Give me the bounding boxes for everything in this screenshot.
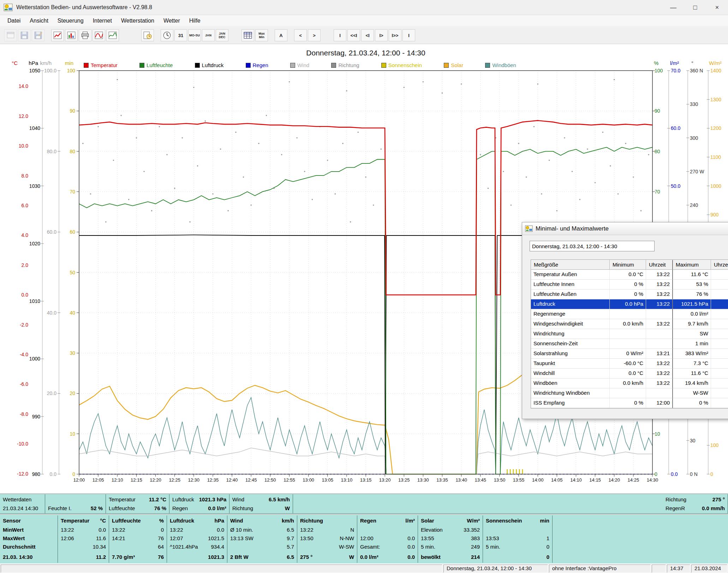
minmax-cell[interactable]: 13:22: [646, 280, 673, 290]
chart-view-icon[interactable]: [51, 29, 64, 41]
step-fwd-icon[interactable]: I>: [375, 29, 388, 41]
minmax-cell[interactable]: 11.6 °C: [673, 270, 711, 280]
minmax-cell[interactable]: Luftfeuchte Außen: [531, 290, 610, 299]
minmax-cell[interactable]: SW: [673, 329, 711, 339]
minmax-cell[interactable]: 0 %: [673, 398, 711, 408]
minmax-cell[interactable]: ISS Empfang: [531, 398, 610, 408]
month-view-icon[interactable]: JAN: [202, 29, 215, 41]
minmax-cell[interactable]: [711, 388, 728, 398]
menu-item-datei[interactable]: Datei: [3, 16, 25, 25]
chart-report-icon[interactable]: [65, 29, 78, 41]
year-view-icon[interactable]: JAN DEC: [216, 29, 228, 41]
minmax-cell[interactable]: 13:22: [646, 290, 673, 299]
minmax-cell[interactable]: [610, 329, 646, 339]
minmax-cell[interactable]: Windrichtung Windböen: [531, 388, 610, 398]
minmax-cell[interactable]: 12:00: [711, 398, 728, 408]
minmax-cell[interactable]: Regenmenge: [531, 309, 610, 319]
minmax-cell[interactable]: Taupunkt: [531, 359, 610, 369]
menu-item-ansicht[interactable]: Ansicht: [25, 16, 53, 25]
minmax-cell[interactable]: 19.4 km/h: [673, 378, 711, 388]
minmax-cell[interactable]: 12:00: [646, 398, 673, 408]
minmax-cell[interactable]: Windböen: [531, 378, 610, 388]
minmax-cell[interactable]: 13:13: [711, 319, 728, 329]
minmax-cell[interactable]: [646, 309, 673, 319]
minmax-cell[interactable]: [711, 329, 728, 339]
save-icon[interactable]: [18, 29, 31, 41]
minmax-cell[interactable]: Luftdruck: [531, 299, 610, 309]
minmax-cell[interactable]: Solarstrahlung: [531, 349, 610, 359]
minmax-cell[interactable]: 1021.5 hPa: [673, 299, 711, 309]
week-view-icon[interactable]: MO-SU: [188, 29, 201, 41]
minmax-cell[interactable]: 12:07: [711, 299, 728, 309]
minmax-cell[interactable]: 13:22: [711, 280, 728, 290]
minmax-cell[interactable]: 0 %: [610, 398, 646, 408]
menu-item-wetterstation[interactable]: Wetterstation: [117, 16, 159, 25]
minmax-cell[interactable]: 13:22: [646, 369, 673, 378]
table-view-icon[interactable]: [241, 29, 254, 41]
minmax-cell[interactable]: 0 W/m²: [610, 349, 646, 359]
minmax-cell[interactable]: 13:22: [646, 270, 673, 280]
first-icon[interactable]: I: [334, 29, 346, 41]
minmax-cell[interactable]: [646, 339, 673, 349]
close-button[interactable]: ×: [706, 0, 728, 15]
minmax-cell[interactable]: -60.0 °C: [610, 359, 646, 369]
menu-item-internet[interactable]: Internet: [88, 16, 117, 25]
minmax-cell[interactable]: 13:22: [646, 319, 673, 329]
maximize-button[interactable]: □: [684, 0, 706, 15]
new-window-icon[interactable]: [4, 29, 17, 41]
minmax-cell[interactable]: 11.6 °C: [673, 369, 711, 378]
minmax-cell[interactable]: 0.0 hPa: [610, 299, 646, 309]
menu-item-wetter[interactable]: Wetter: [159, 16, 185, 25]
curve-green-icon[interactable]: [106, 29, 119, 41]
minmax-cell[interactable]: 13:22: [646, 359, 673, 369]
menu-item-steuerung[interactable]: Steuerung: [53, 16, 88, 25]
minmax-period-field[interactable]: [530, 241, 655, 251]
minmax-cell[interactable]: 0.0 °C: [610, 270, 646, 280]
minmax-cell[interactable]: 12:06: [711, 378, 728, 388]
minmax-cell[interactable]: 13:53: [711, 339, 728, 349]
auto-scale-icon[interactable]: A: [275, 29, 287, 41]
minmax-cell[interactable]: [646, 388, 673, 398]
minmax-cell[interactable]: 13:21: [646, 349, 673, 359]
minmax-cell[interactable]: Windgeschwindigkeit: [531, 319, 610, 329]
clock-icon[interactable]: [161, 29, 173, 41]
save-as-icon[interactable]: [32, 29, 44, 41]
curve-red-icon[interactable]: [93, 29, 105, 41]
fast-back-icon[interactable]: <<I: [347, 29, 360, 41]
minmax-cell[interactable]: Windchill: [531, 369, 610, 378]
prev-icon[interactable]: <: [294, 29, 307, 41]
date-picker-icon[interactable]: [141, 29, 154, 41]
minmax-column-header[interactable]: Maximum: [673, 260, 711, 270]
minmax-cell[interactable]: [610, 309, 646, 319]
minmax-cell[interactable]: 0.0 km/h: [610, 378, 646, 388]
minmax-cell[interactable]: 0.0 l/m²: [673, 309, 711, 319]
minmax-cell[interactable]: [610, 388, 646, 398]
minmax-cell[interactable]: 7.3 °C: [673, 359, 711, 369]
minmax-cell[interactable]: 0.0 km/h: [610, 319, 646, 329]
day-view-icon[interactable]: 31: [174, 29, 187, 41]
minmax-cell[interactable]: Luftfeuchte Innen: [531, 280, 610, 290]
minmax-cell[interactable]: Temperatur Außen: [531, 270, 610, 280]
minmax-cell[interactable]: 76 %: [673, 290, 711, 299]
minmax-cell[interactable]: 14:21: [711, 359, 728, 369]
next-icon[interactable]: >: [308, 29, 321, 41]
minmax-icon[interactable]: Max Min: [255, 29, 268, 41]
minmax-cell[interactable]: 53 %: [673, 280, 711, 290]
last-icon[interactable]: I: [402, 29, 415, 41]
minmax-column-header[interactable]: Minimum: [610, 260, 646, 270]
minmax-cell[interactable]: 13:22: [646, 378, 673, 388]
minmax-cell[interactable]: 0.0 °C: [610, 369, 646, 378]
fast-fwd-icon[interactable]: I>>: [389, 29, 401, 41]
minmax-cell[interactable]: 0 %: [610, 280, 646, 290]
minmax-cell[interactable]: 1 min: [673, 339, 711, 349]
step-back-icon[interactable]: <I: [361, 29, 374, 41]
minmax-cell[interactable]: 12:06: [711, 369, 728, 378]
minmax-cell[interactable]: 13:22: [646, 299, 673, 309]
minmax-dialog-titlebar[interactable]: Minimal- und Maximalwerte: [522, 222, 728, 235]
minmax-column-header[interactable]: Uhrzeit: [646, 260, 673, 270]
minmax-cell[interactable]: [610, 339, 646, 349]
minmax-cell[interactable]: 383 W/m²: [673, 349, 711, 359]
minmax-cell[interactable]: 13:55: [711, 349, 728, 359]
minmax-column-header[interactable]: Meßgröße: [531, 260, 610, 270]
minmax-cell[interactable]: 0 %: [610, 290, 646, 299]
